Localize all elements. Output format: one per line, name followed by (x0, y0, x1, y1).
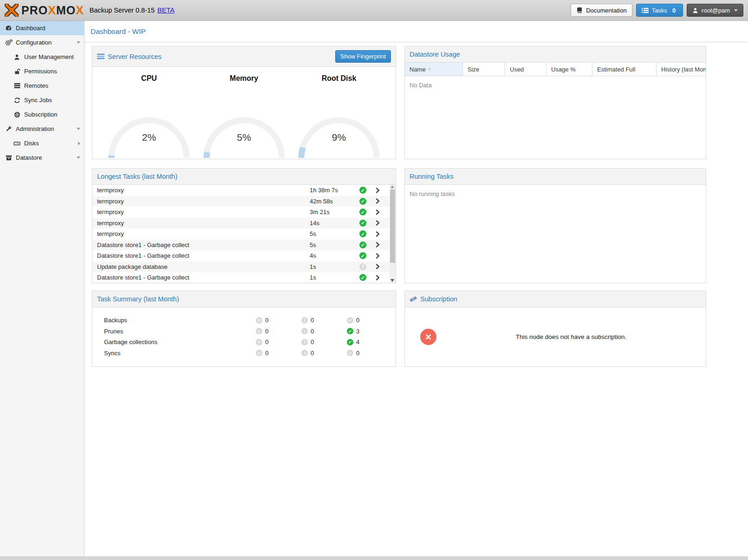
tasks-count-badge: 0 (670, 7, 677, 14)
expand-arrow-icon[interactable] (78, 142, 80, 145)
task-row[interactable]: termproxy 5s ✓ (92, 228, 396, 240)
sidebar: Dashboard Configuration User Management … (0, 21, 85, 556)
sidebar-item-datastore[interactable]: Datastore (0, 150, 84, 165)
sidebar-item-configuration[interactable]: Configuration (0, 35, 84, 50)
server-resources-icon (97, 53, 104, 59)
ok-count-icon: ✓ (347, 317, 353, 324)
sidebar-item-remotes[interactable]: Remotes (0, 78, 84, 93)
chevron-right-icon[interactable] (375, 198, 381, 204)
hdd-icon (13, 140, 21, 147)
collapse-arrow-icon[interactable] (77, 156, 80, 159)
task-summary-title: Task Summary (last Month) (97, 295, 179, 303)
task-row[interactable]: termproxy 42m 58s ✓ (92, 196, 396, 207)
memory-gauge: Memory 5% (200, 67, 288, 159)
no-data-text: No Data (405, 76, 706, 94)
show-fingerprint-button[interactable]: Show Fingerprint (335, 50, 391, 63)
column-header-used[interactable]: Used (505, 63, 546, 76)
summary-row-prunes: Prunes ×0 !0 ✓3 (92, 326, 396, 337)
summary-row-garbage-collections: Garbage collections ×0 !0 ✓4 (92, 337, 396, 348)
status-ok-icon: ✓ (359, 220, 366, 227)
tachometer-icon (5, 25, 13, 32)
chevron-right-icon[interactable] (375, 242, 381, 247)
collapse-arrow-icon[interactable] (77, 128, 80, 130)
task-row[interactable]: Datastore store1 - Garbage collect 4s ✓ (92, 250, 396, 261)
running-tasks-title: Running Tasks (410, 173, 454, 180)
page-title: Dashboard - WIP (91, 27, 146, 36)
task-row[interactable]: Datastore store1 - Garbage collect 1s ✓ (92, 272, 396, 283)
warning-count-icon: ! (301, 328, 308, 334)
column-header-estimated-full[interactable]: Estimated Full (592, 63, 657, 76)
sidebar-item-administration[interactable]: Administration (0, 122, 84, 136)
sidebar-item-user-management[interactable]: User Management (0, 50, 84, 64)
sidebar-item-permissions[interactable]: Permissions (0, 64, 84, 78)
datastore-usage-panel: Datastore Usage Name ↑ Size Used Usage %… (404, 46, 706, 159)
top-bar: PROXMOX Backup Server 0.8-15 BETA Docume… (0, 0, 748, 21)
status-ok-icon: ✓ (359, 274, 366, 281)
column-header-name[interactable]: Name ↑ (405, 63, 463, 76)
ok-count-icon: ✓ (347, 339, 353, 345)
product-name: Backup Server 0.8-15 (90, 7, 155, 14)
book-icon (576, 7, 583, 13)
vertical-scrollbar[interactable] (390, 185, 396, 283)
cpu-gauge: CPU 2% (105, 67, 193, 159)
chevron-right-icon[interactable] (375, 220, 381, 226)
user-icon (13, 54, 21, 60)
proxmox-logo: PROXMOX (5, 4, 84, 17)
user-menu-button[interactable]: root@pam (687, 4, 743, 17)
chevron-right-icon[interactable] (375, 188, 381, 193)
summary-row-backups: Backups ×0 !0 ✓0 (92, 315, 396, 326)
task-row[interactable]: Datastore store1 - Garbage collect 5s ✓ (92, 240, 396, 251)
refresh-icon (13, 97, 21, 104)
error-count-icon: × (256, 350, 262, 356)
column-header-size[interactable]: Size (463, 63, 505, 76)
sort-asc-icon: ↑ (428, 66, 431, 72)
column-header-history[interactable]: History (last Month) (657, 63, 706, 76)
no-running-tasks-text: No running tasks (410, 190, 455, 197)
summary-row-syncs: Syncs ×0 !0 ✓0 (92, 348, 396, 359)
error-count-icon: × (256, 339, 262, 345)
task-row[interactable]: Update package database 1s ? (92, 261, 396, 273)
column-header-usage-pct[interactable]: Usage % (546, 63, 592, 76)
sidebar-item-sync-jobs[interactable]: Sync Jobs (0, 93, 84, 107)
subscription-message: This node does not have a subscription. (436, 333, 706, 340)
beta-link[interactable]: BETA (157, 7, 175, 14)
bottom-strip (0, 556, 748, 560)
status-ok-icon: ✓ (359, 198, 366, 205)
warning-count-icon: ! (301, 350, 308, 356)
warning-count-icon: ! (301, 339, 308, 345)
chevron-right-icon[interactable] (375, 209, 381, 215)
status-ok-icon: ✓ (359, 187, 366, 194)
scrollbar-thumb[interactable] (390, 189, 395, 263)
ticket-icon (410, 296, 417, 302)
sidebar-item-subscription[interactable]: Subscription (0, 107, 84, 122)
documentation-button[interactable]: Documentation (571, 4, 632, 17)
chevron-right-icon[interactable] (375, 231, 381, 237)
collapse-arrow-icon[interactable] (77, 41, 80, 44)
server-list-icon (13, 83, 21, 89)
chevron-right-icon[interactable] (375, 275, 381, 280)
error-count-icon: × (256, 328, 262, 334)
warning-count-icon: ! (301, 317, 308, 324)
server-resources-panel: Server Resources Show Fingerprint CPU 2% (92, 46, 396, 159)
tasks-button[interactable]: Tasks 0 (636, 4, 683, 17)
chevron-right-icon[interactable] (375, 253, 381, 259)
chevron-right-icon[interactable] (375, 264, 381, 269)
datastore-usage-header-row: Name ↑ Size Used Usage % Estimated Full … (405, 63, 706, 76)
chevron-down-icon (734, 9, 738, 12)
subscription-panel: Subscription × This node does not have a… (404, 291, 706, 367)
sidebar-item-disks[interactable]: Disks (0, 136, 84, 150)
task-row[interactable]: termproxy 1h 38m 7s ✓ (92, 185, 396, 196)
page-title-bar: Dashboard - WIP (85, 21, 748, 42)
ok-count-icon: ✓ (347, 350, 353, 356)
server-resources-title: Server Resources (97, 53, 162, 60)
scroll-up-icon[interactable] (390, 185, 394, 188)
task-row[interactable]: termproxy 14s ✓ (92, 218, 396, 229)
status-ok-icon: ✓ (359, 208, 366, 215)
scroll-down-icon[interactable] (390, 279, 394, 282)
archive-icon (5, 155, 13, 161)
task-row[interactable]: termproxy 3m 21s ✓ (92, 207, 396, 218)
sidebar-item-dashboard[interactable]: Dashboard (0, 21, 84, 35)
task-summary-panel: Task Summary (last Month) Backups ×0 !0 … (92, 291, 396, 367)
user-icon (692, 7, 698, 13)
longest-tasks-panel: Longest Tasks (last Month) termproxy 1h … (92, 168, 396, 283)
